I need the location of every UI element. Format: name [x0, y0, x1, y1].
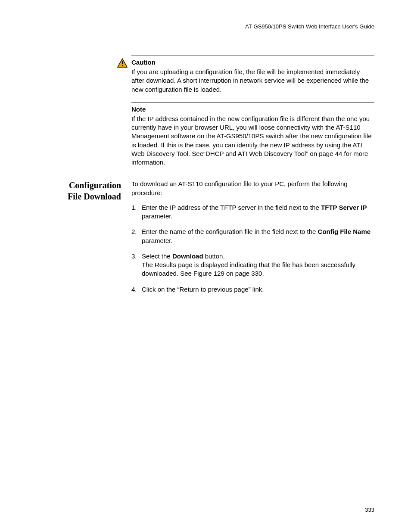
rule-line: [131, 103, 374, 103]
note-label: Note: [131, 106, 374, 113]
heading-line-1: Configuration: [69, 180, 121, 190]
page-number: 333: [365, 507, 374, 513]
step-number: 1.: [131, 203, 142, 221]
step-text: parameter.: [142, 237, 173, 244]
svg-rect-1: [122, 61, 123, 64]
step-1: 1. Enter the IP address of the TFTP serv…: [131, 203, 374, 221]
document-page: AT-GS950/10PS Switch Web Interface User'…: [0, 0, 411, 532]
step-4: 4. Click on the “Return to previous page…: [131, 285, 374, 294]
section-heading: Configuration File Download: [37, 180, 131, 202]
step-2: 2. Enter the name of the configuration f…: [131, 227, 374, 245]
step-text: Select the: [142, 252, 172, 260]
rule-line: [131, 56, 374, 56]
step-bold: TFTP Server IP: [321, 204, 367, 211]
page-header: AT-GS950/10PS Switch Web Interface User'…: [37, 23, 374, 30]
heading-line-2: File Download: [68, 192, 121, 201]
step-body: Enter the IP address of the TFTP server …: [142, 203, 374, 221]
steps-list: 1. Enter the IP address of the TFTP serv…: [131, 203, 374, 294]
warning-icon: [117, 58, 128, 68]
step-bold: Download: [172, 252, 203, 260]
step-text: Enter the name of the configuration file…: [142, 228, 318, 235]
step-text: The Results page is displayed indicating…: [142, 261, 355, 277]
step-text: button.: [203, 252, 225, 260]
step-number: 2.: [131, 227, 142, 245]
section-intro: To download an AT-S110 configuration fil…: [131, 180, 374, 197]
caution-label: Caution: [131, 59, 374, 66]
step-body: Enter the name of the configuration file…: [142, 227, 374, 245]
note-text: If the IP address contained in the new c…: [131, 115, 374, 167]
caution-block: Caution If you are uploading a configura…: [131, 59, 374, 94]
step-body: Select the Download button. The Results …: [142, 252, 374, 278]
caution-text: If you are uploading a configuration fil…: [131, 68, 374, 94]
step-text: Click on the “Return to previous page” l…: [142, 286, 264, 293]
step-bold: Config File Name: [318, 228, 371, 235]
step-text: Enter the IP address of the TFTP server …: [142, 204, 321, 211]
section-row: Configuration File Download To download …: [37, 180, 374, 301]
step-body: Click on the “Return to previous page” l…: [142, 285, 374, 294]
svg-rect-2: [122, 65, 123, 66]
step-3: 3. Select the Download button. The Resul…: [131, 252, 374, 278]
step-text: parameter.: [142, 212, 173, 220]
step-number: 4.: [131, 285, 142, 294]
step-number: 3.: [131, 252, 142, 278]
note-block: Note If the IP address contained in the …: [131, 103, 374, 167]
content-column: Caution If you are uploading a configura…: [131, 56, 374, 167]
